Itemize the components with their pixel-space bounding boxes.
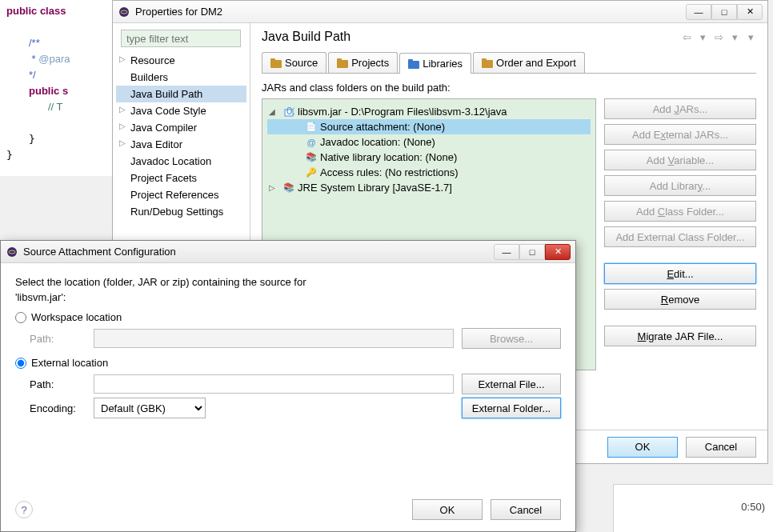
- workspace-location-radio[interactable]: [15, 312, 26, 323]
- filter-input[interactable]: [121, 30, 241, 47]
- add-jars-button[interactable]: Add JARs...: [604, 98, 756, 119]
- svg-rect-3: [270, 58, 275, 62]
- forward-dropdown-icon[interactable]: ▾: [729, 31, 740, 42]
- jar-tree-child[interactable]: 📚 Native library location: (None): [267, 150, 591, 165]
- caret-icon: ▷: [119, 138, 126, 147]
- sidebar-item[interactable]: Javadoc Location: [116, 153, 246, 170]
- close-button[interactable]: ✕: [545, 244, 571, 260]
- caret-icon: ▷: [119, 54, 126, 63]
- sidebar-item[interactable]: Run/Debug Settings: [116, 203, 246, 220]
- jar-tree-root[interactable]: ◢ 010 libsvm.jar - D:\Program Files\libs…: [267, 104, 591, 119]
- caret-icon: ▷: [119, 105, 126, 114]
- jar-tree-child[interactable]: 🔑 Access rules: (No restrictions): [267, 165, 591, 180]
- ok-button[interactable]: OK: [412, 499, 483, 520]
- sidebar-item-label: Java Build Path: [130, 88, 202, 100]
- sa-title: Source Attachment Configuration: [23, 246, 494, 258]
- edit-button[interactable]: Edit...: [604, 263, 756, 284]
- svg-rect-7: [408, 59, 413, 62]
- tab-label: Order and Export: [496, 57, 576, 69]
- back-dropdown-icon[interactable]: ▾: [697, 31, 708, 42]
- add-variable-button[interactable]: Add Variable...: [604, 150, 756, 170]
- sidebar-item[interactable]: Project Facets: [116, 170, 246, 186]
- tab-order-and-export[interactable]: Order and Export: [473, 52, 585, 73]
- tab-libraries[interactable]: Libraries: [399, 53, 471, 74]
- caret-collapsed-icon[interactable]: ▷: [269, 183, 275, 192]
- sidebar-item-label: Java Code Style: [130, 105, 206, 117]
- folder-icon: [270, 58, 282, 69]
- add-external-jars-button[interactable]: Add External JARs...: [604, 124, 756, 145]
- code-editor-fragment: public class /** * @para */ public s // …: [0, 0, 112, 176]
- code-line: */: [29, 69, 36, 81]
- properties-titlebar: Properties for DM2 — □ ✕: [113, 1, 767, 23]
- access-rules-icon: 🔑: [306, 167, 317, 178]
- code-line: * @para: [29, 53, 70, 65]
- menu-dropdown-icon[interactable]: ▾: [745, 31, 756, 42]
- code-line: }: [6, 131, 106, 147]
- code-line: public s: [29, 85, 68, 97]
- sidebar-item[interactable]: ▷Java Editor: [116, 136, 246, 153]
- jar-tree-child[interactable]: 📄 Source attachment: (None): [267, 119, 591, 134]
- external-location-label: External location: [31, 357, 108, 369]
- sidebar-item[interactable]: Builders: [116, 69, 246, 86]
- tab-source[interactable]: Source: [262, 52, 326, 73]
- sidebar-item[interactable]: Project References: [116, 186, 246, 203]
- jar-tree-label: JRE System Library [JavaSE-1.7]: [298, 182, 452, 194]
- external-path-input[interactable]: [94, 374, 454, 394]
- jar-tree-label: Access rules: (No restrictions): [320, 166, 459, 178]
- browse-button[interactable]: Browse...: [462, 328, 561, 349]
- source-icon: 📄: [306, 122, 317, 133]
- ok-button[interactable]: OK: [607, 437, 678, 458]
- minimize-button[interactable]: —: [686, 4, 711, 20]
- forward-icon[interactable]: ⇨: [713, 31, 724, 42]
- path-label: Path:: [30, 333, 86, 345]
- tabs: SourceProjectsLibrariesOrder and Export: [262, 52, 756, 74]
- add-class-folder-button[interactable]: Add Class Folder...: [604, 201, 756, 222]
- jar-tree-sibling[interactable]: ▷ 📚 JRE System Library [JavaSE-1.7]: [267, 180, 591, 195]
- external-location-radio[interactable]: [15, 358, 26, 369]
- folder-icon: [408, 58, 419, 70]
- nav-arrows: ⇦ ▾ ⇨ ▾ ▾: [681, 31, 756, 42]
- javadoc-icon: @: [306, 137, 317, 148]
- path-label: Path:: [30, 378, 86, 390]
- caret-expanded-icon[interactable]: ◢: [269, 107, 275, 116]
- add-external-class-folder-button[interactable]: Add External Class Folder...: [604, 226, 756, 247]
- button-column: Add JARs... Add External JARs... Add Var…: [604, 98, 756, 370]
- migrate-jar-button[interactable]: Migrate JAR File...: [604, 326, 756, 346]
- jar-tree-label: Source attachment: (None): [320, 121, 445, 133]
- sidebar-tree: ▷ResourceBuildersJava Build Path▷Java Co…: [116, 52, 246, 220]
- external-file-button[interactable]: External File...: [462, 374, 561, 394]
- code-line: }: [6, 147, 106, 163]
- sidebar-item[interactable]: Java Build Path: [116, 86, 246, 102]
- svg-rect-9: [482, 58, 487, 62]
- help-icon[interactable]: ?: [15, 501, 33, 518]
- sa-footer: ? OK Cancel: [15, 499, 561, 520]
- external-folder-button[interactable]: External Folder...: [462, 398, 561, 418]
- svg-rect-5: [337, 58, 342, 62]
- jar-tree-label: Javadoc location: (None): [320, 136, 435, 148]
- encoding-select[interactable]: Default (GBK): [94, 398, 206, 418]
- back-icon[interactable]: ⇦: [681, 31, 692, 42]
- sidebar-item[interactable]: ▷Resource: [116, 52, 246, 69]
- remove-button[interactable]: Remove: [604, 289, 756, 310]
- native-lib-icon: 📚: [306, 152, 317, 163]
- maximize-button[interactable]: □: [711, 4, 737, 20]
- sa-body: Select the location (folder, JAR or zip)…: [1, 263, 575, 434]
- cancel-button[interactable]: Cancel: [491, 499, 561, 520]
- cancel-button[interactable]: Cancel: [686, 437, 756, 458]
- workspace-location-label: Workspace location: [31, 311, 122, 323]
- close-button[interactable]: ✕: [737, 4, 763, 20]
- sidebar-item[interactable]: ▷Java Compiler: [116, 119, 246, 136]
- eclipse-icon: [6, 246, 18, 258]
- sidebar-item[interactable]: ▷Java Code Style: [116, 102, 246, 119]
- tab-projects[interactable]: Projects: [328, 52, 398, 73]
- sidebar-item-label: Resource: [130, 54, 175, 66]
- add-library-button[interactable]: Add Library...: [604, 175, 756, 196]
- svg-text:010: 010: [286, 106, 294, 117]
- maximize-button[interactable]: □: [519, 244, 545, 260]
- minimize-button[interactable]: —: [494, 244, 519, 260]
- caret-icon: ▷: [119, 122, 126, 130]
- sidebar-item-label: Javadoc Location: [130, 155, 211, 167]
- jar-tree-child[interactable]: @ Javadoc location: (None): [267, 134, 591, 150]
- sa-prompt: Select the location (folder, JAR or zip)…: [15, 276, 561, 288]
- code-line: // T: [48, 101, 63, 113]
